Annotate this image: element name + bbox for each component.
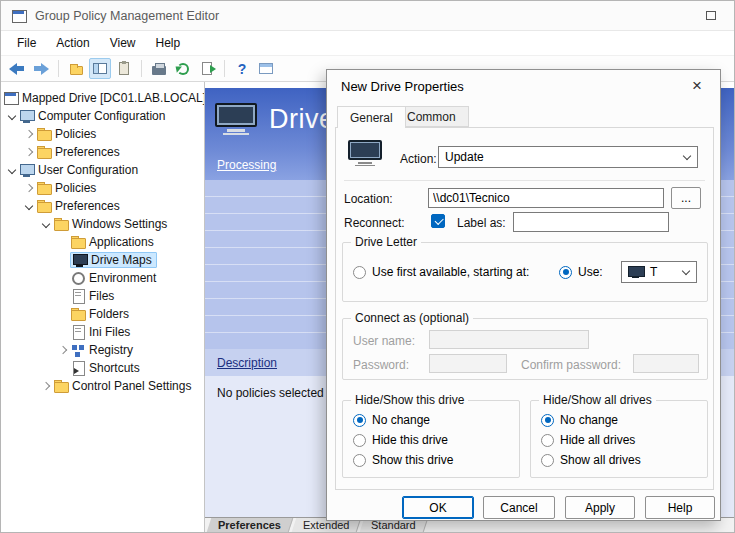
list-view-icon	[259, 63, 273, 74]
action-select[interactable]: Update	[438, 146, 698, 168]
tree-item-windows-settings[interactable]: Windows Settings	[1, 215, 204, 233]
tree-item-ini-files[interactable]: Ini Files	[1, 323, 204, 341]
tree-item-files[interactable]: Files	[1, 287, 204, 305]
reconnect-label: Reconnect:	[344, 216, 405, 230]
tree-item-computer-preferences[interactable]: Preferences	[1, 143, 204, 161]
chevron-placeholder	[55, 253, 70, 267]
tree-item-computer-policies[interactable]: Policies	[1, 125, 204, 143]
hide-this-drive-radio[interactable]: Hide this drive	[353, 433, 448, 447]
tree-item-environment[interactable]: Environment	[1, 269, 204, 287]
export-list-button[interactable]	[196, 58, 218, 79]
this-no-change-radio[interactable]: No change	[353, 413, 430, 427]
up-one-level-button[interactable]	[65, 58, 87, 79]
tab-preferences[interactable]: Preferences	[207, 518, 294, 532]
chevron-right-icon[interactable]	[38, 379, 53, 393]
selected-highlight: Drive Maps	[70, 252, 157, 268]
console-tree-icon	[93, 63, 107, 74]
properties-button[interactable]	[113, 58, 135, 79]
tree-item-user-preferences[interactable]: Preferences	[1, 197, 204, 215]
back-button[interactable]	[6, 58, 28, 79]
forward-button[interactable]	[30, 58, 52, 79]
chevron-down-icon[interactable]	[21, 199, 36, 213]
label-as-label: Label as:	[457, 216, 506, 230]
chevron-down-icon[interactable]	[38, 217, 53, 231]
up-one-level-icon	[70, 66, 83, 75]
tree-item-drive-maps[interactable]: Drive Maps	[1, 251, 204, 269]
menu-file[interactable]: File	[7, 33, 46, 53]
folder-icon	[70, 235, 86, 249]
chevron-right-icon[interactable]	[21, 145, 36, 159]
all-no-change-radio[interactable]: No change	[541, 413, 618, 427]
password-input	[429, 354, 507, 373]
help-button[interactable]: ?	[231, 58, 253, 79]
tree-item-computer-configuration[interactable]: Computer Configuration	[1, 107, 204, 125]
use-first-available-radio[interactable]: Use first available, starting at:	[353, 265, 529, 279]
chevron-down-icon	[682, 267, 690, 275]
tree-item-registry[interactable]: Registry	[1, 341, 204, 359]
drive-letter-group: Drive Letter Use first available, starti…	[342, 242, 708, 302]
chevron-down-icon[interactable]	[4, 163, 19, 177]
window-title: Group Policy Management Editor	[35, 9, 698, 23]
help-button[interactable]: Help	[645, 496, 715, 519]
gear-icon	[70, 271, 86, 285]
chevron-placeholder	[55, 289, 70, 303]
menu-view[interactable]: View	[100, 33, 146, 53]
chevron-down-icon[interactable]	[4, 109, 19, 123]
use-radio[interactable]: Use:	[559, 265, 603, 279]
folder-icon	[36, 199, 52, 213]
chevron-placeholder	[55, 235, 70, 249]
processing-link[interactable]: Processing	[217, 158, 276, 172]
reconnect-checkbox[interactable]	[431, 214, 445, 228]
tree-item-mapped-drive[interactable]: Mapped Drive [DC01.LAB.LOCAL]	[1, 89, 204, 107]
drive-icon	[628, 266, 645, 279]
title-bar: Group Policy Management Editor	[1, 1, 734, 31]
tree-item-applications[interactable]: Applications	[1, 233, 204, 251]
document-icon	[70, 325, 86, 339]
label-as-input[interactable]	[513, 212, 669, 232]
ok-button[interactable]: OK	[402, 496, 474, 519]
description-link[interactable]: Description	[217, 356, 277, 370]
hide-all-drives-radio[interactable]: Hide all drives	[541, 433, 635, 447]
tree-item-user-configuration[interactable]: User Configuration	[1, 161, 204, 179]
browse-button[interactable]: ...	[671, 187, 701, 209]
maximize-icon	[706, 11, 716, 20]
tree-item-folders[interactable]: Folders	[1, 305, 204, 323]
tree-item-shortcuts[interactable]: Shortcuts	[1, 359, 204, 377]
console-tree-toggle[interactable]	[89, 58, 111, 79]
maximize-button[interactable]	[698, 6, 724, 26]
menu-help[interactable]: Help	[146, 33, 191, 53]
print-button[interactable]	[148, 58, 170, 79]
folder-icon	[36, 127, 52, 141]
tab-general[interactable]: General	[337, 106, 406, 128]
menu-action[interactable]: Action	[46, 33, 99, 53]
chevron-right-icon[interactable]	[21, 127, 36, 141]
action-value: Update	[445, 150, 484, 164]
radio-icon	[353, 454, 366, 467]
hide-show-this-legend: Hide/Show this drive	[351, 393, 468, 407]
cancel-button[interactable]: Cancel	[483, 496, 555, 519]
close-icon[interactable]: ×	[686, 76, 708, 96]
hide-show-this-drive-group: Hide/Show this drive No change Hide this…	[342, 400, 520, 478]
chevron-right-icon[interactable]	[55, 343, 70, 357]
app-icon	[11, 9, 27, 23]
chevron-placeholder	[55, 307, 70, 321]
printer-icon	[152, 66, 166, 75]
tree-item-user-policies[interactable]: Policies	[1, 179, 204, 197]
apply-button[interactable]: Apply	[565, 496, 635, 519]
chevron-down-icon	[683, 152, 691, 160]
radio-selected-icon	[353, 414, 366, 427]
user-name-input	[429, 330, 589, 349]
show-this-drive-radio[interactable]: Show this drive	[353, 453, 453, 467]
show-all-drives-radio[interactable]: Show all drives	[541, 453, 641, 467]
list-view-button[interactable]	[255, 58, 277, 79]
forward-icon	[33, 63, 49, 75]
refresh-button[interactable]	[172, 58, 194, 79]
chevron-right-icon[interactable]	[21, 181, 36, 195]
connect-as-legend: Connect as (optional)	[351, 311, 473, 325]
tree-item-control-panel-settings[interactable]: Control Panel Settings	[1, 377, 204, 395]
new-drive-properties-dialog: New Drive Properties × General Common Ac…	[326, 69, 721, 521]
location-input[interactable]	[428, 188, 664, 208]
drive-letter-select[interactable]: T	[621, 261, 697, 283]
chevron-placeholder	[55, 271, 70, 285]
console-icon	[3, 91, 19, 105]
